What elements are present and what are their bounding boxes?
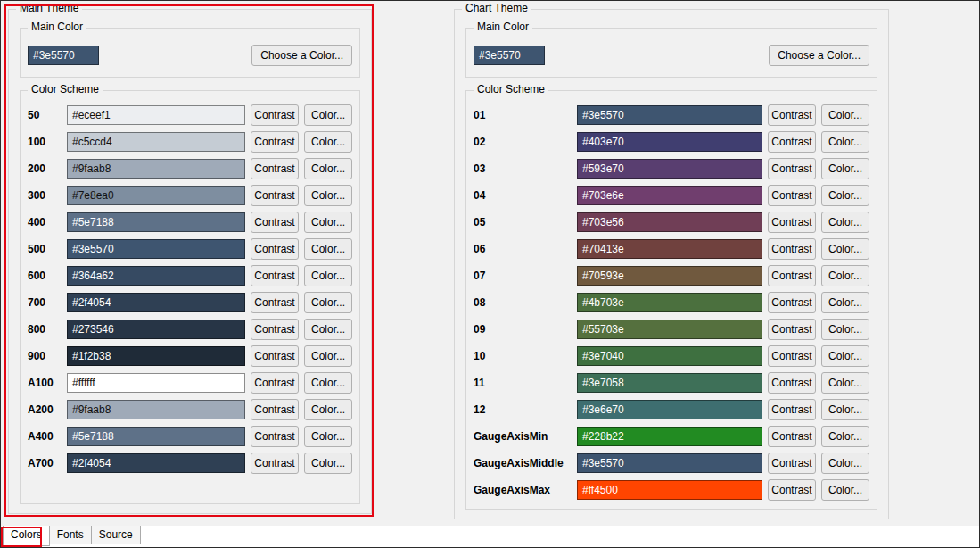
row-label: GaugeAxisMax xyxy=(474,484,572,496)
color-value-field[interactable]: #ffffff xyxy=(67,373,245,393)
contrast-button[interactable]: Contrast xyxy=(251,345,299,367)
color-value-field[interactable]: #55703e xyxy=(577,320,762,339)
contrast-button[interactable]: Contrast xyxy=(768,453,816,474)
row-label: 400 xyxy=(28,216,62,228)
choose-color-button[interactable]: Choose a Color... xyxy=(251,45,352,66)
color-button[interactable]: Color... xyxy=(821,158,869,179)
color-button[interactable]: Color... xyxy=(821,345,869,367)
color-value-field[interactable]: #c5ccd4 xyxy=(67,132,245,152)
contrast-button[interactable]: Contrast xyxy=(768,426,816,447)
color-value-field[interactable]: #70593e xyxy=(577,266,762,286)
row-label: A700 xyxy=(28,457,62,469)
color-value-field[interactable]: #4b703e xyxy=(577,293,762,312)
contrast-button[interactable]: Contrast xyxy=(768,265,816,286)
color-button[interactable]: Color... xyxy=(821,479,869,501)
contrast-button[interactable]: Contrast xyxy=(251,265,299,286)
contrast-button[interactable]: Contrast xyxy=(251,185,299,206)
color-value-field[interactable]: #3e5570 xyxy=(67,239,245,259)
tab-fonts[interactable]: Fonts xyxy=(49,526,92,544)
color-button[interactable]: Color... xyxy=(304,265,352,286)
contrast-button[interactable]: Contrast xyxy=(251,399,299,420)
content-pane: Main Theme Main Color #3e5570 Choose a C… xyxy=(1,1,979,527)
color-button[interactable]: Color... xyxy=(821,426,869,447)
contrast-button[interactable]: Contrast xyxy=(768,399,816,420)
color-button[interactable]: Color... xyxy=(304,185,352,206)
contrast-button[interactable]: Contrast xyxy=(768,319,816,340)
color-button[interactable]: Color... xyxy=(304,131,352,153)
contrast-button[interactable]: Contrast xyxy=(251,158,299,179)
color-value-field[interactable]: #5e7188 xyxy=(67,212,245,232)
contrast-button[interactable]: Contrast xyxy=(768,479,816,501)
contrast-button[interactable]: Contrast xyxy=(768,158,816,179)
contrast-button[interactable]: Contrast xyxy=(768,131,816,153)
row-label: 02 xyxy=(474,136,572,148)
color-button[interactable]: Color... xyxy=(304,212,352,233)
color-button[interactable]: Color... xyxy=(821,131,869,153)
color-value-field[interactable]: #3e6e70 xyxy=(577,400,762,419)
contrast-button[interactable]: Contrast xyxy=(251,212,299,233)
tab-colors[interactable]: Colors xyxy=(3,526,50,546)
main-color-swatch[interactable]: #3e5570 xyxy=(28,46,99,65)
contrast-button[interactable]: Contrast xyxy=(251,104,299,126)
tab-source[interactable]: Source xyxy=(91,526,141,544)
contrast-button[interactable]: Contrast xyxy=(768,212,816,233)
contrast-button[interactable]: Contrast xyxy=(251,319,299,340)
color-value-field[interactable]: #403e70 xyxy=(577,132,762,152)
color-value-field[interactable]: #3e7058 xyxy=(577,373,762,393)
color-button[interactable]: Color... xyxy=(304,372,352,394)
color-button[interactable]: Color... xyxy=(821,319,869,340)
color-button[interactable]: Color... xyxy=(304,453,352,474)
contrast-button[interactable]: Contrast xyxy=(768,372,816,394)
color-value-field[interactable]: #2f4054 xyxy=(67,293,245,312)
color-button[interactable]: Color... xyxy=(821,453,869,474)
contrast-button[interactable]: Contrast xyxy=(251,292,299,313)
contrast-button[interactable]: Contrast xyxy=(251,372,299,394)
color-value-field[interactable]: #5e7188 xyxy=(67,427,245,446)
contrast-button[interactable]: Contrast xyxy=(768,238,816,260)
color-value-field[interactable]: #364a62 xyxy=(67,266,245,286)
color-value-field[interactable]: #593e70 xyxy=(577,159,762,179)
color-button[interactable]: Color... xyxy=(821,185,869,206)
color-value-field[interactable]: #1f2b38 xyxy=(67,346,245,366)
main-color-swatch[interactable]: #3e5570 xyxy=(474,46,545,65)
color-button[interactable]: Color... xyxy=(304,399,352,420)
color-value-field[interactable]: #9faab8 xyxy=(67,159,245,179)
color-value-field[interactable]: #ff4500 xyxy=(577,480,762,500)
contrast-button[interactable]: Contrast xyxy=(768,345,816,367)
color-button[interactable]: Color... xyxy=(821,212,869,233)
contrast-button[interactable]: Contrast xyxy=(768,292,816,313)
color-scheme-row: 04 #703e6e Contrast Color... xyxy=(474,186,869,205)
color-button[interactable]: Color... xyxy=(821,399,869,420)
color-button[interactable]: Color... xyxy=(821,265,869,286)
contrast-button[interactable]: Contrast xyxy=(768,104,816,126)
color-button[interactable]: Color... xyxy=(821,292,869,313)
color-value-field[interactable]: #3e5570 xyxy=(577,105,762,125)
color-button[interactable]: Color... xyxy=(304,426,352,447)
color-value-field[interactable]: #9faab8 xyxy=(67,400,245,419)
color-value-field[interactable]: #eceef1 xyxy=(67,105,245,125)
color-value-field[interactable]: #703e56 xyxy=(577,212,762,232)
color-button[interactable]: Color... xyxy=(304,345,352,367)
color-value-field[interactable]: #273546 xyxy=(67,320,245,339)
contrast-button[interactable]: Contrast xyxy=(251,131,299,153)
contrast-button[interactable]: Contrast xyxy=(251,426,299,447)
color-button[interactable]: Color... xyxy=(304,158,352,179)
contrast-button[interactable]: Contrast xyxy=(768,185,816,206)
choose-color-button[interactable]: Choose a Color... xyxy=(769,45,869,66)
color-value-field[interactable]: #3e5570 xyxy=(577,453,762,473)
color-button[interactable]: Color... xyxy=(821,238,869,260)
color-button[interactable]: Color... xyxy=(304,319,352,340)
color-button[interactable]: Color... xyxy=(304,238,352,260)
color-value-field[interactable]: #228b22 xyxy=(577,427,762,446)
color-value-field[interactable]: #2f4054 xyxy=(67,453,245,473)
color-value-field[interactable]: #70413e xyxy=(577,239,762,259)
color-value-field[interactable]: #3e7040 xyxy=(577,346,762,366)
color-button[interactable]: Color... xyxy=(304,104,352,126)
color-value-field[interactable]: #7e8ea0 xyxy=(67,186,245,205)
color-button[interactable]: Color... xyxy=(821,372,869,394)
contrast-button[interactable]: Contrast xyxy=(251,453,299,474)
color-button[interactable]: Color... xyxy=(304,292,352,313)
color-value-field[interactable]: #703e6e xyxy=(577,186,762,205)
contrast-button[interactable]: Contrast xyxy=(251,238,299,260)
color-button[interactable]: Color... xyxy=(821,104,869,126)
